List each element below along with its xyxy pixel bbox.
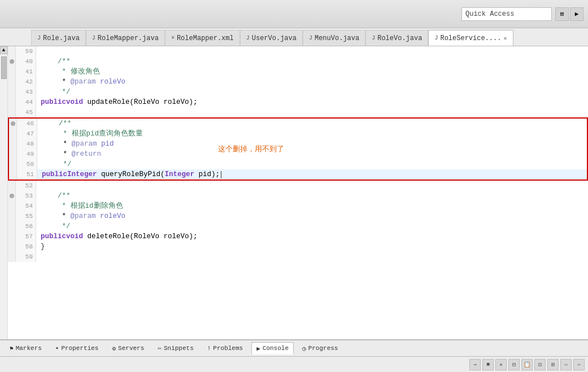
fold-indicator <box>8 87 16 97</box>
code-text[interactable]: * @param roleVo <box>36 77 588 87</box>
code-text[interactable]: } <box>36 242 588 252</box>
bottom-toolbar: ⇒ ■ ✕ ⊟ 📋 ⊡ ⊞ ⇨ ⇦ <box>0 356 588 372</box>
bottom-btn-3[interactable]: ✕ <box>495 359 507 370</box>
scroll-up[interactable]: ▲ <box>0 46 8 54</box>
tab-uservo[interactable]: J UserVo.java <box>240 30 303 46</box>
code-line-54: 54 * 根据id删除角色 <box>8 201 588 211</box>
bottom-btn-5[interactable]: 📋 <box>521 359 533 370</box>
tab-label-xml: RoleMapper.xml <box>177 34 234 42</box>
panel-tab-console[interactable]: ▶ Console <box>251 342 294 355</box>
quick-access-label: Quick Access <box>465 10 548 18</box>
bottom-btn-2[interactable]: ■ <box>482 359 494 370</box>
tab-label-rolemapper: RoleMapper.java <box>98 34 159 42</box>
code-line-45: 45 <box>8 107 588 117</box>
code-line-55: 55 * @param roleVo <box>8 211 588 221</box>
line-number: 56 <box>16 221 36 231</box>
tab-label-role: Role.java <box>43 34 80 42</box>
code-text[interactable]: * @param roleVo <box>36 211 588 221</box>
tab-bar: J Role.java J RoleMapper.java × RoleMapp… <box>0 28 588 46</box>
bottom-btn-1[interactable]: ⇒ <box>469 359 481 370</box>
code-line-43: 43 */ <box>8 87 588 97</box>
fold-indicator <box>8 46 16 56</box>
fold-indicator <box>8 242 16 252</box>
properties-label: Properties <box>61 345 98 352</box>
code-text[interactable]: public Integer queryRoleByPid(Integer pi… <box>37 169 587 180</box>
tab-icon-menuvo: J <box>309 35 312 41</box>
tab-label-rolevo: RoleVo.java <box>377 34 422 42</box>
tab-rolevo[interactable]: J RoleVo.java <box>365 30 428 46</box>
code-text[interactable]: * 修改角色 <box>36 67 588 77</box>
highlighted-code-block: 46 /**47 * 根据pid查询角色数量48 * @param pid49 … <box>8 117 588 181</box>
code-text[interactable] <box>36 181 588 191</box>
code-text[interactable]: /** <box>36 191 588 201</box>
code-text[interactable]: /** <box>36 56 588 67</box>
code-text[interactable]: */ <box>36 87 588 97</box>
code-text[interactable]: * 根据pid查询角色数量 <box>37 129 587 139</box>
bottom-btn-6[interactable]: ⊡ <box>534 359 546 370</box>
panel-tab-problems[interactable]: ! Problems <box>202 342 248 355</box>
fold-indicator[interactable] <box>8 191 16 201</box>
left-scrollbar[interactable]: ▲ <box>0 46 8 339</box>
code-text[interactable] <box>36 252 588 262</box>
snippets-icon: ✂ <box>158 345 162 352</box>
fold-indicator[interactable] <box>8 56 16 67</box>
fold-indicator <box>9 129 17 139</box>
tab-role-java[interactable]: J Role.java <box>31 30 86 46</box>
bottom-btn-9[interactable]: ⇦ <box>573 359 585 370</box>
fold-indicator <box>8 211 16 221</box>
code-text[interactable]: public void updateRole(RoleVo roleVo); <box>36 97 588 107</box>
tab-icon-rolevo: J <box>372 35 375 41</box>
code-line-51: 51 public Integer queryRoleByPid(Integer… <box>9 169 587 180</box>
tab-rolemapper-java[interactable]: J RoleMapper.java <box>86 30 165 46</box>
code-text[interactable]: * @return <box>37 149 587 159</box>
code-text[interactable] <box>36 107 588 117</box>
tab-close-roleservice[interactable]: ✕ <box>503 35 507 42</box>
code-line-59: 59 <box>8 252 588 262</box>
line-number: 49 <box>17 149 37 159</box>
fold-indicator <box>9 169 17 180</box>
fold-indicator <box>8 67 16 77</box>
line-number: 51 <box>17 169 37 180</box>
line-number: 50 <box>17 159 37 169</box>
toolbar-icon-group: ⊞ ▶ <box>555 7 583 21</box>
panel-tab-servers[interactable]: ⚙ Servers <box>107 342 149 355</box>
top-toolbar: Quick Access ⊞ ▶ <box>0 0 588 28</box>
tab-roleservice[interactable]: J RoleService.... ✕ <box>428 30 513 46</box>
code-line-57: 57 public void deleteRole(RoleVo roleVo)… <box>8 231 588 242</box>
code-line-59: 59 <box>8 46 588 56</box>
code-line-44: 44 public void updateRole(RoleVo roleVo)… <box>8 97 588 107</box>
code-text[interactable]: public void deleteRole(RoleVo roleVo); <box>36 231 588 242</box>
code-text[interactable]: */ <box>37 159 587 169</box>
code-text[interactable]: * @param pid <box>37 139 587 149</box>
fold-indicator <box>9 149 17 159</box>
tab-icon-role: J <box>37 35 41 41</box>
scroll-thumb[interactable] <box>1 56 7 79</box>
tab-menuvo[interactable]: J MenuVo.java <box>303 30 365 46</box>
code-text[interactable]: */ <box>36 221 588 231</box>
panel-tab-markers[interactable]: ⚑ Markers <box>5 342 47 355</box>
line-number: 58 <box>16 242 36 252</box>
fold-indicator[interactable] <box>9 119 17 129</box>
bottom-btn-8[interactable]: ⇨ <box>560 359 572 370</box>
tab-label-menuvo: MenuVo.java <box>315 34 359 42</box>
fold-indicator <box>8 107 16 117</box>
fold-indicator <box>8 181 16 191</box>
bottom-btn-7[interactable]: ⊞ <box>547 359 559 370</box>
code-text[interactable]: /** <box>37 119 587 129</box>
line-number: 48 <box>17 139 37 149</box>
panel-tab-progress[interactable]: ◷ Progress <box>297 342 343 355</box>
progress-label: Progress <box>308 345 338 352</box>
toolbar-btn-1[interactable]: ⊞ <box>555 7 569 21</box>
panel-tab-snippets[interactable]: ✂ Snippets <box>153 342 198 355</box>
bottom-btn-4[interactable]: ⊟ <box>508 359 520 370</box>
bottom-panel: ⚑ Markers ▪ Properties ⚙ Servers ✂ Snipp… <box>0 339 588 356</box>
code-text[interactable] <box>36 46 588 56</box>
tab-rolemapper-xml[interactable]: × RoleMapper.xml <box>165 30 240 46</box>
servers-icon: ⚙ <box>112 345 116 352</box>
fold-indicator <box>9 139 17 149</box>
tab-label-roleservice: RoleService.... <box>440 34 501 42</box>
toolbar-btn-2[interactable]: ▶ <box>570 7 583 21</box>
code-text[interactable]: * 根据id删除角色 <box>36 201 588 211</box>
panel-tab-properties[interactable]: ▪ Properties <box>50 342 104 355</box>
quick-access-box[interactable]: Quick Access <box>461 7 552 21</box>
